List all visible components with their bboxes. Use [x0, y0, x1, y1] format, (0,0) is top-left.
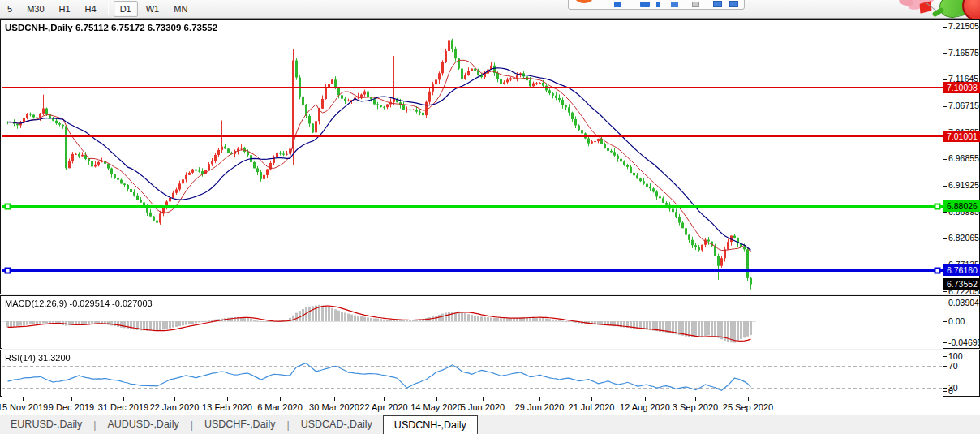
tab-usdcnh[interactable]: USDCNH-,Daily	[383, 415, 478, 434]
rsi-tick-mark	[943, 391, 947, 392]
blue-glyph-icon	[671, 2, 678, 7]
rsi-panel: RSI(14) 31.3200 10070300	[0, 350, 980, 397]
rsi-axis[interactable]: 10070300	[943, 350, 980, 396]
timeframe-button-h4[interactable]: H4	[79, 1, 103, 17]
blue-glyph-icon	[640, 2, 650, 7]
date-tick-mark	[71, 397, 72, 401]
price-axis[interactable]: 7.215057.165757.116457.067157.017856.968…	[943, 20, 980, 294]
blue-square-icon	[729, 1, 738, 7]
orange-swoosh-icon	[572, 0, 596, 3]
date-tick-mark	[748, 397, 749, 401]
date-label: 13 Feb 2020	[202, 402, 252, 412]
price-tick-label: 6.91925	[948, 180, 979, 191]
timeframe-button-mn[interactable]: MN	[167, 1, 194, 17]
timeframe-button-h1[interactable]: H1	[53, 1, 77, 17]
rsi-label: RSI(14) 31.3200	[5, 353, 71, 363]
macd-tick-label: -0.046959	[948, 337, 980, 348]
terminal-window: 5M30H1H4D1W1MN USDCNH-,Daily	[0, 0, 980, 434]
timeframe-button-m30[interactable]: M30	[20, 1, 50, 17]
date-tick-mark	[591, 397, 592, 401]
date-label: 3 Sep 2020	[673, 402, 718, 412]
date-tick-mark	[645, 397, 646, 401]
date-tick-mark	[227, 397, 228, 401]
timeframe-button-d1[interactable]: D1	[114, 1, 138, 17]
macd-panel: MACD(12,26,9) -0.029514 -0.027003 0.0390…	[0, 295, 980, 349]
price-tick-mark	[943, 79, 947, 80]
price-tick-mark	[943, 186, 947, 187]
tab-usdcad[interactable]: USDCAD-,Daily	[290, 415, 383, 434]
price-tick-label: 6.96855	[948, 153, 979, 164]
mascot-graphic	[899, 0, 980, 19]
blue-glyph-icon	[656, 2, 660, 7]
date-tick-mark	[436, 397, 437, 401]
date-tick-mark	[384, 397, 385, 401]
date-tick-mark	[334, 397, 335, 401]
price-tick-label: 7.21505	[948, 21, 979, 32]
price-tick-mark	[943, 291, 947, 292]
date-tick-mark	[123, 397, 124, 401]
date-label: 12 Aug 2020	[620, 402, 670, 412]
date-label: 22 Jan 2020	[150, 402, 200, 412]
gray-glyph-icon	[692, 2, 699, 7]
tab-eurusd[interactable]: EURUSD-,Daily	[0, 415, 92, 434]
date-label: 22 Apr 2020	[359, 402, 407, 412]
price-tick-mark	[943, 53, 947, 54]
date-label: 9 Dec 2019	[49, 402, 94, 412]
rsi-tick-mark	[943, 356, 947, 357]
blue-square-icon	[713, 1, 722, 7]
toolbar-separator	[108, 2, 109, 15]
price-tick-mark	[943, 238, 947, 239]
date-label: 15 Nov 2019	[0, 402, 48, 412]
price-tick-label: 6.82065	[948, 233, 979, 243]
date-label: 31 Dec 2019	[98, 402, 148, 412]
logo-fragment	[568, 0, 745, 11]
date-tick-mark	[483, 397, 484, 401]
date-label: 29 Jun 2020	[515, 402, 565, 412]
main-chart-panel: USDCNH-,Daily 6.75112 6.75172 6.73309 6.…	[0, 19, 980, 294]
date-tick-mark	[280, 397, 281, 401]
level-price-label: 6.76160	[943, 264, 980, 276]
date-tick-mark	[174, 397, 175, 401]
macd-tick-mark	[943, 303, 947, 303]
timeframe-button-w1[interactable]: W1	[140, 1, 166, 17]
macd-tick-label: 0.00	[948, 316, 965, 327]
red-ball-icon	[962, 0, 980, 21]
date-label: 30 Mar 2020	[309, 402, 359, 412]
blue-glyph-icon	[614, 2, 621, 7]
level-price-label: 6.88026	[943, 200, 980, 212]
level-price-label: 7.10098	[943, 82, 980, 93]
chart-title: USDCNH-,Daily 6.75112 6.75172 6.73309 6.…	[5, 23, 217, 32]
date-label: 25 Sep 2020	[723, 402, 773, 412]
price-tick-mark	[943, 106, 947, 107]
logo-box	[568, 0, 745, 10]
rsi-canvas[interactable]	[2, 351, 943, 397]
rsi-tick-label: 70	[948, 361, 958, 372]
timeframe-buttons: 5M30H1H4D1W1MN	[0, 1, 195, 17]
rsi-tick-label: 0	[948, 386, 953, 397]
level-price-label: 7.01001	[943, 131, 980, 142]
date-label: 21 Jul 2020	[569, 402, 615, 412]
date-label: 5 Jun 2020	[461, 402, 505, 412]
price-tick-mark	[943, 27, 947, 28]
timeframe-button-5[interactable]: 5	[1, 1, 19, 17]
price-tick-mark	[943, 159, 947, 160]
price-tick-label: 7.16575	[948, 48, 979, 58]
date-label: 6 Mar 2020	[257, 402, 303, 412]
date-tick-mark	[23, 397, 24, 401]
macd-label: MACD(12,26,9) -0.029514 -0.027003	[5, 299, 153, 308]
macd-tick-label: 0.039044	[948, 298, 980, 308]
date-axis[interactable]: 15 Nov 20199 Dec 201931 Dec 201922 Jan 2…	[0, 397, 980, 415]
timeframe-toolbar: 5M30H1H4D1W1MN	[0, 0, 980, 19]
date-tick-mark	[539, 397, 540, 401]
date-tick-mark	[695, 397, 696, 401]
chart-tab-bar: EURUSD-,Daily|AUDUSD-,Daily|USDCHF-,Dail…	[0, 415, 980, 434]
main-chart-canvas[interactable]	[2, 21, 943, 294]
tab-usdchf[interactable]: USDCHF-,Daily	[194, 415, 286, 434]
date-label: 14 May 2020	[410, 402, 462, 412]
tab-audusd[interactable]: AUDUSD-,Daily	[97, 415, 189, 434]
price-tick-label: 7.06715	[948, 101, 979, 111]
macd-tick-mark	[943, 342, 947, 343]
macd-tick-mark	[943, 321, 947, 322]
macd-axis[interactable]: 0.0390440.00-0.046959	[943, 296, 980, 348]
rsi-tick-mark	[943, 388, 947, 389]
